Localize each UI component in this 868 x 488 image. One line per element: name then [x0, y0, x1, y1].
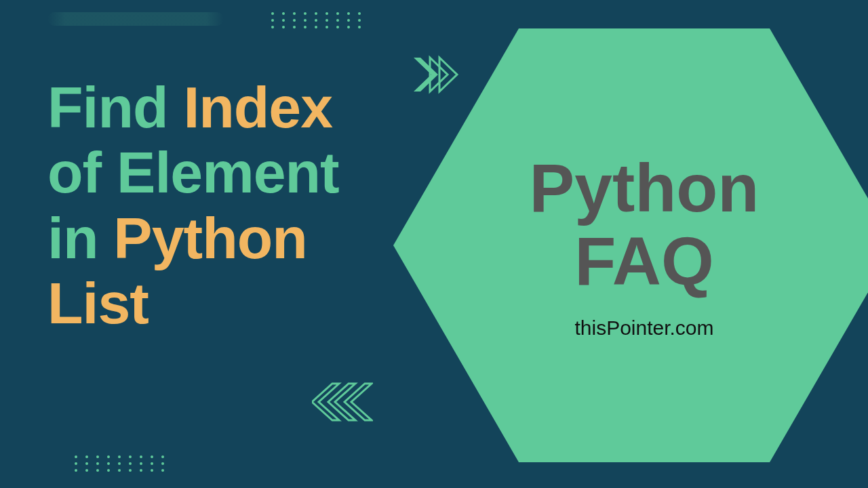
hexagon-title-line2: FAQ: [530, 224, 760, 298]
heading-word-2: Index: [183, 75, 332, 140]
heading-word-3: of: [47, 140, 101, 205]
hexagon-subtitle: thisPointer.com: [574, 317, 713, 340]
decorative-brush: [47, 12, 224, 26]
hexagon-title: Python FAQ: [530, 151, 760, 298]
decorative-dots-bottom: [75, 455, 164, 472]
hexagon-title-line1: Python: [530, 151, 760, 224]
back-arrows-icon: [312, 380, 373, 427]
heading-word-1: Find: [47, 75, 168, 140]
main-heading: Find Index of Element in Python List: [47, 75, 400, 336]
forward-arrows-icon: [412, 54, 460, 95]
hexagon-panel: Python FAQ thisPointer.com: [393, 28, 868, 462]
decorative-dots-top: [271, 12, 361, 28]
